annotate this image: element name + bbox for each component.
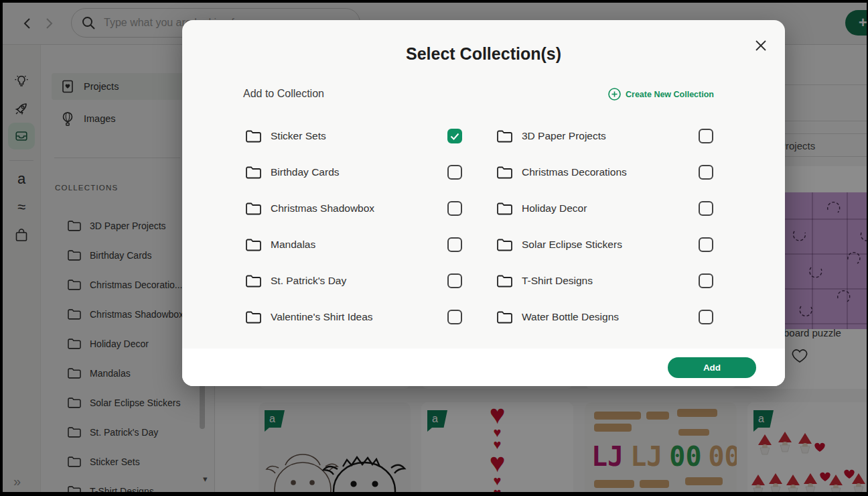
app-screen: + a <box>3 3 867 492</box>
folder-icon <box>496 129 513 143</box>
collection-checkbox[interactable] <box>699 165 713 180</box>
folder-icon <box>245 238 262 252</box>
modal-title: Select Collection(s) <box>182 44 785 64</box>
check-icon <box>450 133 459 140</box>
folder-icon <box>245 202 262 216</box>
add-button[interactable]: Add <box>668 357 756 378</box>
create-new-collection-button[interactable]: Create New Collection <box>608 88 714 101</box>
collection-name: 3D Paper Projects <box>522 130 699 142</box>
folder-icon <box>245 166 262 180</box>
add-to-collection-label: Add to Collection <box>243 88 324 100</box>
collection-checkbox[interactable] <box>447 237 462 252</box>
folder-icon <box>245 310 262 324</box>
collection-checkbox[interactable] <box>447 310 462 324</box>
collection-row[interactable]: Sticker Sets <box>245 118 462 154</box>
collection-row[interactable]: T-Shirt Designs <box>496 263 713 299</box>
collection-checkbox[interactable] <box>699 129 713 143</box>
collection-name: Mandalas <box>271 239 447 251</box>
collection-name: Water Bottle Designs <box>522 311 699 323</box>
collection-name: Christmas Shadowbox <box>271 202 447 214</box>
folder-icon <box>496 274 513 288</box>
collection-checkbox[interactable] <box>447 165 462 180</box>
folder-icon <box>496 166 513 180</box>
folder-icon <box>245 274 262 288</box>
modal-footer: Add <box>182 349 785 386</box>
collection-name: T-Shirt Designs <box>522 275 699 287</box>
collection-name: Birthday Cards <box>271 166 447 178</box>
collection-row[interactable]: Birthday Cards <box>245 154 462 190</box>
collection-checkbox[interactable] <box>447 273 462 288</box>
collection-name: Christmas Decorations <box>522 166 699 178</box>
create-new-collection-label: Create New Collection <box>626 90 714 99</box>
collection-checkbox[interactable] <box>699 273 713 288</box>
app-window: + a <box>0 0 868 496</box>
modal-col-left: Sticker Sets Birthday Cards Christmas Sh… <box>245 118 462 335</box>
collection-checkbox[interactable] <box>447 201 462 216</box>
collection-name: Solar Eclipse Stickers <box>522 239 699 251</box>
collection-name: Valentine's Shirt Ideas <box>271 311 447 323</box>
collection-checkbox[interactable] <box>447 129 462 143</box>
close-button[interactable] <box>753 38 769 54</box>
folder-icon <box>496 238 513 252</box>
folder-icon <box>496 202 513 216</box>
select-collections-modal: Select Collection(s) Add to Collection C… <box>182 20 785 386</box>
collection-row[interactable]: Mandalas <box>245 227 462 263</box>
collection-row[interactable]: Valentine's Shirt Ideas <box>245 299 462 335</box>
folder-icon <box>496 310 513 324</box>
plus-circle-icon <box>608 88 621 101</box>
collection-checkbox[interactable] <box>699 310 713 324</box>
collection-row[interactable]: Christmas Decorations <box>496 154 713 190</box>
collection-row[interactable]: Solar Eclipse Stickers <box>496 227 713 263</box>
collection-name: St. Patrick's Day <box>271 275 447 287</box>
collection-row[interactable]: St. Patrick's Day <box>245 263 462 299</box>
collection-row[interactable]: Holiday Decor <box>496 190 713 227</box>
collection-row[interactable]: 3D Paper Projects <box>496 118 713 154</box>
collection-row[interactable]: Christmas Shadowbox <box>245 190 462 227</box>
folder-icon <box>245 129 262 143</box>
modal-col-right: 3D Paper Projects Christmas Decorations … <box>496 118 713 335</box>
collection-checkbox[interactable] <box>699 201 713 216</box>
collection-checkbox[interactable] <box>699 237 713 252</box>
close-icon <box>755 40 767 52</box>
collection-name: Holiday Decor <box>522 202 699 214</box>
collection-name: Sticker Sets <box>271 130 447 142</box>
collection-row[interactable]: Water Bottle Designs <box>496 299 713 335</box>
